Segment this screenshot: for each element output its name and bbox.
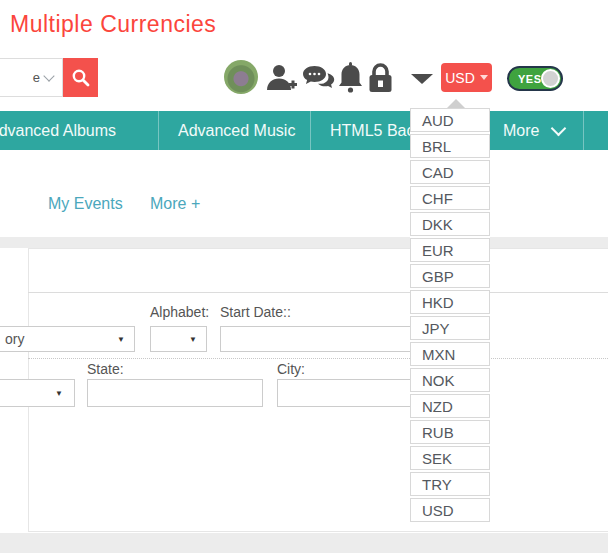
country-select[interactable]: ▼ <box>0 379 75 407</box>
currency-option[interactable]: SEK <box>410 446 490 470</box>
currency-option[interactable]: TRY <box>410 472 490 496</box>
nav-item-advanced-music[interactable]: Advanced Music <box>178 111 295 150</box>
select-arrow-icon: ▼ <box>117 335 125 344</box>
add-user-icon[interactable] <box>266 64 297 91</box>
currency-option[interactable]: HKD <box>410 290 490 314</box>
currency-option[interactable]: GBP <box>410 264 490 288</box>
search-scope-value: e <box>33 70 40 85</box>
nav-separator <box>310 111 311 150</box>
currency-option[interactable]: JPY <box>410 316 490 340</box>
lock-icon[interactable] <box>367 62 394 93</box>
gray-band-top <box>0 237 608 248</box>
alphabet-select[interactable]: ▼ <box>150 326 207 352</box>
currency-list: AUDBRLCADCHFDKKEURGBPHKDJPYMXNNOKNZDRUBS… <box>410 107 490 523</box>
gray-band-bottom <box>0 533 608 553</box>
search-scope-select[interactable]: e <box>0 58 63 97</box>
notifications-icon[interactable] <box>339 62 362 94</box>
search-icon <box>71 68 90 87</box>
yes-toggle[interactable]: YES <box>507 66 563 91</box>
currency-option[interactable]: AUD <box>410 108 490 132</box>
currency-button-label: USD <box>445 70 475 86</box>
currency-dropdown-button[interactable]: USD <box>441 63 492 92</box>
more-link[interactable]: More + <box>150 195 200 213</box>
chevron-down-icon <box>551 121 567 137</box>
currency-option[interactable]: NOK <box>410 368 490 392</box>
currency-option[interactable]: CHF <box>410 186 490 210</box>
currency-option[interactable]: RUB <box>410 420 490 444</box>
currency-option[interactable]: USD <box>410 498 490 522</box>
messages-icon[interactable] <box>303 66 335 92</box>
avatar[interactable] <box>224 60 258 94</box>
toggle-knob[interactable] <box>541 69 560 88</box>
chevron-down-icon <box>43 70 54 81</box>
currency-option[interactable]: BRL <box>410 134 490 158</box>
search-button[interactable] <box>63 58 98 97</box>
currency-option[interactable]: EUR <box>410 238 490 262</box>
start-date-label: Start Date:: <box>220 304 291 320</box>
panel-divider <box>28 292 608 293</box>
state-input[interactable] <box>87 379 263 407</box>
nav-separator <box>583 111 584 150</box>
category-select[interactable]: ory ▼ <box>0 326 135 352</box>
nav-separator <box>158 111 159 150</box>
more-options-caret-icon[interactable] <box>411 74 433 84</box>
page: Multiple Currencies e USD <box>0 0 608 553</box>
currency-option[interactable]: CAD <box>410 160 490 184</box>
dropdown-caret-icon <box>447 99 465 108</box>
select-arrow-icon: ▼ <box>55 389 63 398</box>
select-arrow-icon: ▼ <box>189 335 197 344</box>
currency-option[interactable]: MXN <box>410 342 490 366</box>
city-label: City: <box>277 361 305 377</box>
nav-item-more[interactable]: More <box>503 111 564 150</box>
nav-item-html5-back[interactable]: HTML5 Back <box>330 111 422 150</box>
state-label: State: <box>87 361 124 377</box>
form-row-divider <box>28 358 608 359</box>
alphabet-label: Alphabet: <box>150 304 209 320</box>
page-title: Multiple Currencies <box>10 11 216 38</box>
chevron-down-icon <box>480 75 488 80</box>
my-events-link[interactable]: My Events <box>48 195 123 213</box>
category-select-value: ory <box>5 331 24 347</box>
toggle-label: YES <box>518 73 542 85</box>
currency-option[interactable]: NZD <box>410 394 490 418</box>
nav-item-advanced-albums[interactable]: Advanced Albums <box>0 111 116 150</box>
main-navbar: Advanced Albums Advanced Music HTML5 Bac… <box>0 111 608 150</box>
currency-option[interactable]: DKK <box>410 212 490 236</box>
